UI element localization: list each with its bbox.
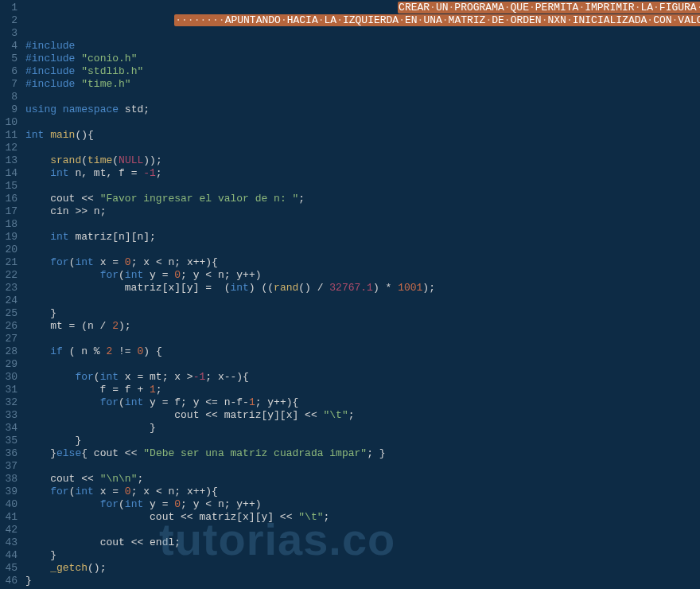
line-number: 24: [0, 294, 18, 307]
code-line: #include "time.h": [25, 78, 700, 91]
code-line: [25, 116, 700, 129]
code-line: ········APUNTANDO·HACIA·LA·IZQUIERDA·EN·…: [25, 14, 700, 27]
code-line: }: [25, 435, 700, 447]
code-line: #include: [25, 40, 700, 53]
code-line: int n, mt, f = -1;: [25, 167, 700, 180]
code-line: #include "conio.h": [25, 53, 700, 65]
line-number: 22: [0, 269, 18, 282]
code-line: [25, 358, 700, 371]
code-line: cout << endl;: [25, 536, 700, 549]
line-number: 31: [0, 384, 18, 396]
code-line: }: [25, 575, 700, 587]
line-number: 46: [0, 575, 18, 587]
code-line: for(int y = 0; y < n; y++): [25, 498, 700, 511]
line-number: 28: [0, 345, 18, 358]
line-number: 11: [0, 129, 18, 142]
line-number: 18: [0, 218, 18, 231]
code-line: matriz[x][y] = (int) ((rand() / 32767.1)…: [25, 282, 700, 294]
line-number: 45: [0, 562, 18, 575]
line-number: 12: [0, 142, 18, 154]
code-line: for(int x = 0; x < n; x++){: [25, 486, 700, 498]
line-number-gutter: 1234567891011121314151617181920212223242…: [0, 2, 25, 587]
line-number: 25: [0, 307, 18, 320]
line-number: 34: [0, 422, 18, 435]
code-line: [25, 218, 700, 231]
code-line: cout << matriz[y][x] << "\t";: [25, 409, 700, 422]
line-number: 37: [0, 460, 18, 473]
line-number: 4: [0, 40, 18, 53]
code-line: for(int y = 0; y < n; y++): [25, 269, 700, 282]
code-line: [25, 294, 700, 307]
code-line: [25, 460, 700, 473]
code-line: using namespace std;: [25, 103, 700, 116]
line-number: 44: [0, 549, 18, 562]
code-line: int main(){: [25, 129, 700, 142]
code-line: CREAR·UN·PROGRAMA·QUE·PERMITA·IMPRIMIR·L…: [25, 2, 700, 14]
line-number: 27: [0, 333, 18, 345]
line-number: 29: [0, 358, 18, 371]
line-number: 1: [0, 2, 18, 14]
code-line: [25, 333, 700, 345]
code-line: [25, 180, 700, 193]
line-number: 35: [0, 435, 18, 447]
line-number: 5: [0, 53, 18, 65]
line-number: 19: [0, 231, 18, 244]
line-number: 36: [0, 447, 18, 460]
line-number: 42: [0, 524, 18, 536]
line-number: 43: [0, 536, 18, 549]
code-area[interactable]: CREAR·UN·PROGRAMA·QUE·PERMITA·IMPRIMIR·L…: [25, 2, 700, 587]
code-line: for(int x = mt; x >-1; x--){: [25, 371, 700, 384]
code-line: int matriz[n][n];: [25, 231, 700, 244]
line-number: 2: [0, 14, 18, 27]
code-line: }else{ cout << "Debe ser una matriz cuad…: [25, 447, 700, 460]
code-line: for(int x = 0; x < n; x++){: [25, 256, 700, 269]
line-number: 39: [0, 486, 18, 498]
line-number: 20: [0, 244, 18, 256]
code-line: cout << "\n\n";: [25, 473, 700, 486]
line-number: 7: [0, 78, 18, 91]
line-number: 21: [0, 256, 18, 269]
code-line: [25, 142, 700, 154]
code-line: [25, 244, 700, 256]
code-line: #include "stdlib.h": [25, 65, 700, 78]
line-number: 38: [0, 473, 18, 486]
line-number: 10: [0, 116, 18, 129]
code-line: cout << matriz[x][y] << "\t";: [25, 511, 700, 524]
line-number: 26: [0, 320, 18, 333]
line-number: 30: [0, 371, 18, 384]
code-line: if ( n % 2 != 0) {: [25, 345, 700, 358]
line-number: 3: [0, 27, 18, 40]
line-number: 40: [0, 498, 18, 511]
line-number: 41: [0, 511, 18, 524]
line-number: 13: [0, 154, 18, 167]
code-line: }: [25, 307, 700, 320]
code-line: }: [25, 422, 700, 435]
line-number: 17: [0, 205, 18, 218]
code-line: f = f + 1;: [25, 384, 700, 396]
code-line: [25, 91, 700, 103]
line-number: 23: [0, 282, 18, 294]
line-number: 9: [0, 103, 18, 116]
code-line: [25, 27, 700, 40]
code-line: for(int y = f; y <= n-f-1; y++){: [25, 396, 700, 409]
code-editor: 1234567891011121314151617181920212223242…: [0, 0, 700, 589]
line-number: 6: [0, 65, 18, 78]
line-number: 33: [0, 409, 18, 422]
code-line: cin >> n;: [25, 205, 700, 218]
code-line: mt = (n / 2);: [25, 320, 700, 333]
code-line: cout << "Favor ingresar el valor de n: "…: [25, 193, 700, 205]
line-number: 32: [0, 396, 18, 409]
code-line: srand(time(NULL));: [25, 154, 700, 167]
code-line: _getch();: [25, 562, 700, 575]
line-number: 15: [0, 180, 18, 193]
line-number: 14: [0, 167, 18, 180]
line-number: 8: [0, 91, 18, 103]
line-number: 16: [0, 193, 18, 205]
code-line: }: [25, 549, 700, 562]
code-line: [25, 524, 700, 536]
